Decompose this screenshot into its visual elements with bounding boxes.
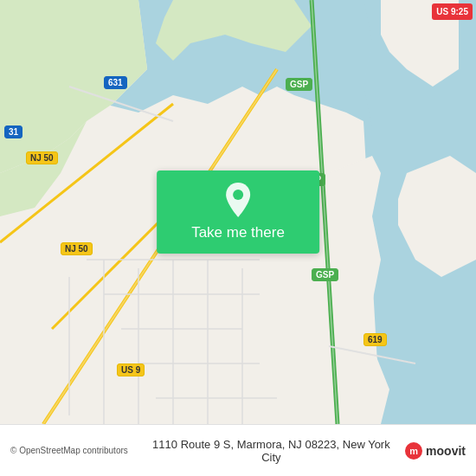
us-badge: US 9:25 <box>432 3 473 20</box>
map-container: US 9:25 GSP GSP GSP NJ 50 NJ 50 US 9 631… <box>0 0 476 424</box>
us-badge-text: US 9:25 <box>436 7 468 16</box>
moovit-label: moovit <box>426 444 466 458</box>
address-text: 1110 Route 9 S, Marmora, NJ 08223, New Y… <box>145 438 398 464</box>
take-me-there-button[interactable]: Take me there <box>157 170 319 254</box>
take-me-there-label: Take me there <box>191 224 285 241</box>
attribution: © OpenStreetMap contributors <box>10 446 138 455</box>
moovit-logo: m moovit <box>405 442 466 460</box>
moovit-dot-icon: m <box>405 442 422 460</box>
svg-point-30 <box>233 190 243 200</box>
bottom-bar: © OpenStreetMap contributors 1110 Route … <box>0 424 476 476</box>
location-pin-icon <box>224 183 252 217</box>
